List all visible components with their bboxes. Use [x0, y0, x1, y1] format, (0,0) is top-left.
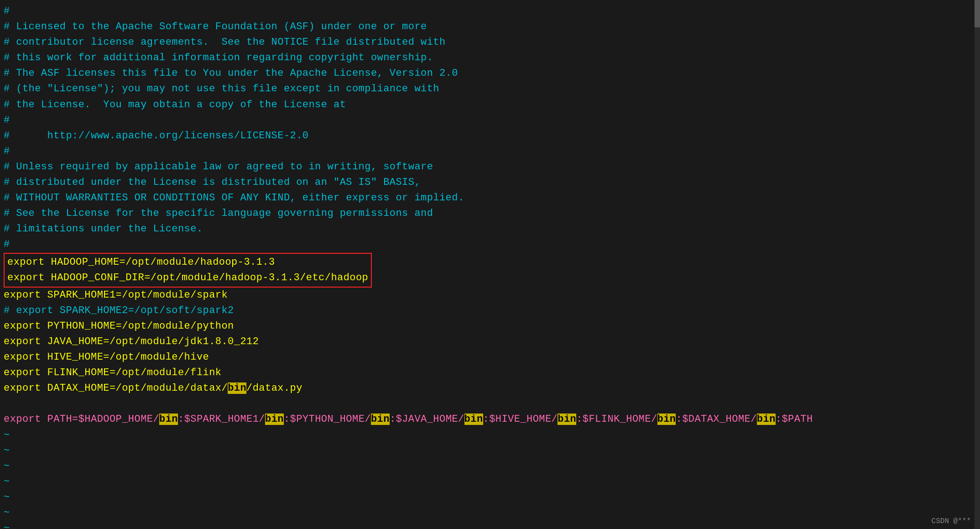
tilde-4: ~	[4, 474, 980, 490]
line-13: # WITHOUT WARRANTIES OR CONDITIONS OF AN…	[4, 190, 980, 206]
bin-highlight-datax: bin	[228, 382, 246, 394]
line-hive-home: export HIVE_HOME=/opt/module/hive	[4, 350, 980, 365]
terminal: # # Licensed to the Apache Software Foun…	[0, 0, 980, 529]
line-1: #	[4, 4, 980, 19]
bin-highlight-7: bin	[757, 414, 776, 425]
bin-highlight-2: bin	[265, 414, 284, 425]
bin-highlight-6: bin	[657, 414, 676, 425]
tilde-5: ~	[4, 490, 980, 505]
tilde-1: ~	[4, 428, 980, 443]
line-11: # Unless required by applicable law or a…	[4, 159, 980, 175]
scrollbar-thumb[interactable]	[975, 0, 980, 27]
tilde-3: ~	[4, 459, 980, 474]
line-4: # this work for additional information r…	[4, 50, 980, 66]
line-2: # Licensed to the Apache Software Founda…	[4, 19, 980, 35]
line-8: #	[4, 113, 980, 128]
line-blank	[4, 396, 980, 412]
line-spark-home2-comment: # export SPARK_HOME2=/opt/soft/spark2	[4, 303, 980, 319]
line-flink-home: export FLINK_HOME=/opt/module/flink	[4, 365, 980, 381]
line-14: # See the License for the specific langu…	[4, 206, 980, 221]
tilde-7: ~	[4, 521, 980, 529]
line-hadoop-home: export HADOOP_HOME=/opt/module/hadoop-3.…	[7, 255, 368, 270]
line-16: #	[4, 237, 980, 252]
line-7: # the License. You may obtain a copy of …	[4, 97, 980, 113]
line-15: # limitations under the License.	[4, 221, 980, 237]
bin-highlight-5: bin	[558, 414, 576, 425]
bin-highlight-4: bin	[464, 414, 483, 425]
line-3: # contributor license agreements. See th…	[4, 35, 980, 50]
line-5: # The ASF licenses this file to You unde…	[4, 66, 980, 81]
line-9: # http://www.apache.org/licenses/LICENSE…	[4, 128, 980, 144]
line-spark-home1: export SPARK_HOME1=/opt/module/spark	[4, 288, 980, 303]
line-hadoop-conf: export HADOOP_CONF_DIR=/opt/module/hadoo…	[7, 270, 368, 286]
line-12: # distributed under the License is distr…	[4, 175, 980, 190]
line-java-home: export JAVA_HOME=/opt/module/jdk1.8.0_21…	[4, 334, 980, 350]
line-6: # (the "License"); you may not use this …	[4, 81, 980, 97]
line-datax-home: export DATAX_HOME=/opt/module/datax/bin/…	[4, 381, 980, 396]
bin-highlight-3: bin	[371, 414, 390, 425]
watermark: CSDN @***	[932, 517, 971, 525]
scrollbar[interactable]	[975, 0, 980, 529]
tilde-2: ~	[4, 443, 980, 459]
tilde-6: ~	[4, 505, 980, 521]
line-python-home: export PYTHON_HOME=/opt/module/python	[4, 319, 980, 334]
line-path: export PATH=$HADOOP_HOME/bin:$SPARK_HOME…	[4, 412, 980, 427]
bin-highlight-1: bin	[159, 414, 178, 425]
line-10: #	[4, 144, 980, 159]
